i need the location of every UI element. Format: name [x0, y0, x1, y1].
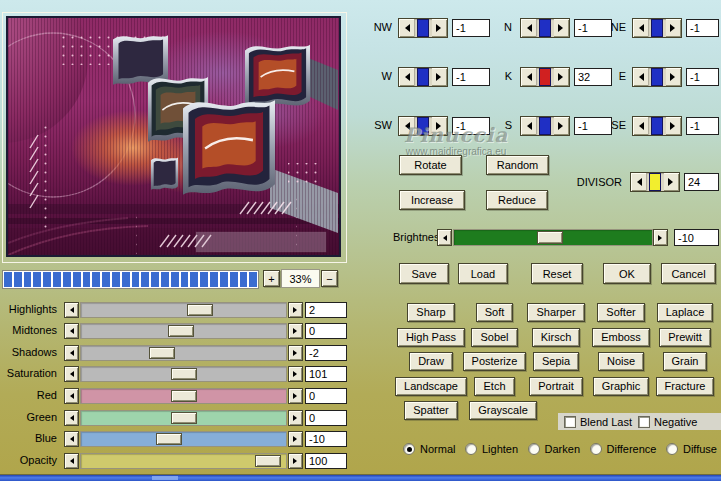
spin-left-icon[interactable] [521, 117, 536, 135]
spinner-thumb[interactable] [539, 19, 551, 37]
spin-left-icon[interactable] [633, 117, 648, 135]
filter-noise-button[interactable]: Noise [598, 352, 644, 371]
spin-left-icon[interactable] [631, 173, 646, 191]
brightness-arrow-left[interactable] [437, 229, 452, 246]
slider-arrow-left[interactable] [64, 431, 79, 447]
spin-right-icon[interactable] [554, 117, 569, 135]
radio-diffuse[interactable]: Diffuse [666, 443, 717, 455]
load-button[interactable]: Load [458, 263, 508, 284]
filter-etch-button[interactable]: Etch [474, 377, 514, 396]
filter-sharp-button[interactable]: Sharp [407, 303, 454, 322]
matrix-spinner-w[interactable] [398, 67, 448, 87]
matrix-value-ne[interactable] [686, 19, 719, 37]
reduce-button[interactable]: Reduce [486, 190, 548, 210]
spin-right-icon[interactable] [432, 117, 447, 135]
spin-left-icon[interactable] [399, 68, 414, 86]
matrix-spinner-k[interactable] [520, 67, 570, 87]
spinner-thumb[interactable] [539, 117, 551, 135]
slider-arrow-right[interactable] [288, 453, 303, 469]
spinner-thumb[interactable] [649, 173, 661, 191]
spin-right-icon[interactable] [664, 173, 679, 191]
filter-softer-button[interactable]: Softer [597, 303, 644, 322]
filter-sepia-button[interactable]: Sepia [533, 352, 579, 371]
spin-left-icon[interactable] [521, 68, 536, 86]
spin-left-icon[interactable] [633, 68, 648, 86]
filter-highpass-button[interactable]: High Pass [397, 328, 465, 347]
filter-draw-button[interactable]: Draw [409, 352, 453, 371]
matrix-spinner-s[interactable] [520, 116, 570, 136]
divisor-spinner[interactable] [630, 172, 680, 192]
slider-track[interactable] [80, 431, 287, 447]
filter-graphic-button[interactable]: Graphic [593, 377, 650, 396]
spin-left-icon[interactable] [399, 117, 414, 135]
rotate-button[interactable]: Rotate [399, 155, 462, 175]
slider-arrow-left[interactable] [64, 453, 79, 469]
radio-darken[interactable]: Darken [528, 443, 580, 455]
matrix-value-w[interactable] [452, 68, 490, 86]
brightness-value-input[interactable] [674, 229, 719, 246]
filter-kirsch-button[interactable]: Kirsch [532, 328, 581, 347]
increase-button[interactable]: Increase [399, 190, 465, 210]
divisor-value-input[interactable] [684, 173, 719, 191]
filter-emboss-button[interactable]: Emboss [592, 328, 650, 347]
filter-grayscale-button[interactable]: Grayscale [469, 401, 537, 420]
matrix-spinner-ne[interactable] [632, 18, 682, 38]
zoom-in-button[interactable]: + [263, 270, 280, 287]
radio-darken-icon[interactable] [528, 443, 540, 455]
spin-right-icon[interactable] [666, 68, 681, 86]
save-button[interactable]: Save [399, 263, 449, 284]
spinner-thumb[interactable] [417, 68, 429, 86]
matrix-value-nw[interactable] [452, 19, 490, 37]
blend-last-checkbox[interactable] [564, 416, 576, 428]
radio-normal[interactable]: Normal [403, 443, 455, 455]
slider-thumb[interactable] [156, 433, 182, 445]
spin-right-icon[interactable] [666, 117, 681, 135]
spin-right-icon[interactable] [554, 68, 569, 86]
radio-normal-icon[interactable] [403, 443, 415, 455]
filter-sharper-button[interactable]: Sharper [527, 303, 584, 322]
filter-soft-button[interactable]: Soft [476, 303, 514, 322]
filter-portrait-button[interactable]: Portrait [529, 377, 582, 396]
spinner-thumb[interactable] [539, 68, 551, 86]
slider-arrow-right[interactable] [288, 431, 303, 447]
preview-image[interactable] [6, 16, 341, 257]
matrix-spinner-sw[interactable] [398, 116, 448, 136]
filter-laplace-button[interactable]: Laplace [657, 303, 714, 322]
slider-track[interactable] [80, 453, 287, 469]
brightness-track[interactable] [453, 229, 653, 246]
negative-checkbox[interactable] [638, 416, 650, 428]
random-button[interactable]: Random [486, 155, 549, 175]
filter-sobel-button[interactable]: Sobel [471, 328, 517, 347]
matrix-spinner-n[interactable] [520, 18, 570, 38]
radio-lighten[interactable]: Lighten [465, 443, 518, 455]
brightness-arrow-right[interactable] [653, 229, 668, 246]
matrix-value-sw[interactable] [452, 117, 490, 135]
spin-right-icon[interactable] [432, 19, 447, 37]
radio-diffuse-icon[interactable] [666, 443, 678, 455]
radio-difference-icon[interactable] [590, 443, 602, 455]
spinner-thumb[interactable] [417, 117, 429, 135]
radio-difference[interactable]: Difference [590, 443, 657, 455]
cancel-button[interactable]: Cancel [661, 263, 716, 284]
spin-right-icon[interactable] [666, 19, 681, 37]
spinner-thumb[interactable] [651, 117, 663, 135]
slider-value-input[interactable] [305, 431, 347, 447]
spinner-thumb[interactable] [417, 19, 429, 37]
brightness-thumb[interactable] [537, 231, 563, 244]
spinner-thumb[interactable] [651, 19, 663, 37]
reset-button[interactable]: Reset [531, 263, 583, 284]
filter-posterize-button[interactable]: Posterize [463, 352, 527, 371]
spin-left-icon[interactable] [399, 19, 414, 37]
blend-last-checkbox-item[interactable]: Blend Last [564, 416, 632, 428]
zoom-out-button[interactable]: − [321, 270, 338, 287]
spin-right-icon[interactable] [432, 68, 447, 86]
matrix-spinner-se[interactable] [632, 116, 682, 136]
ok-button[interactable]: OK [603, 263, 651, 284]
filter-landscape-button[interactable]: Landscape [395, 377, 467, 396]
filter-prewitt-button[interactable]: Prewitt [659, 328, 711, 347]
filter-spatter-button[interactable]: Spatter [404, 401, 457, 420]
spin-left-icon[interactable] [633, 19, 648, 37]
spin-right-icon[interactable] [554, 19, 569, 37]
matrix-spinner-e[interactable] [632, 67, 682, 87]
filter-fracture-button[interactable]: Fracture [656, 377, 715, 396]
